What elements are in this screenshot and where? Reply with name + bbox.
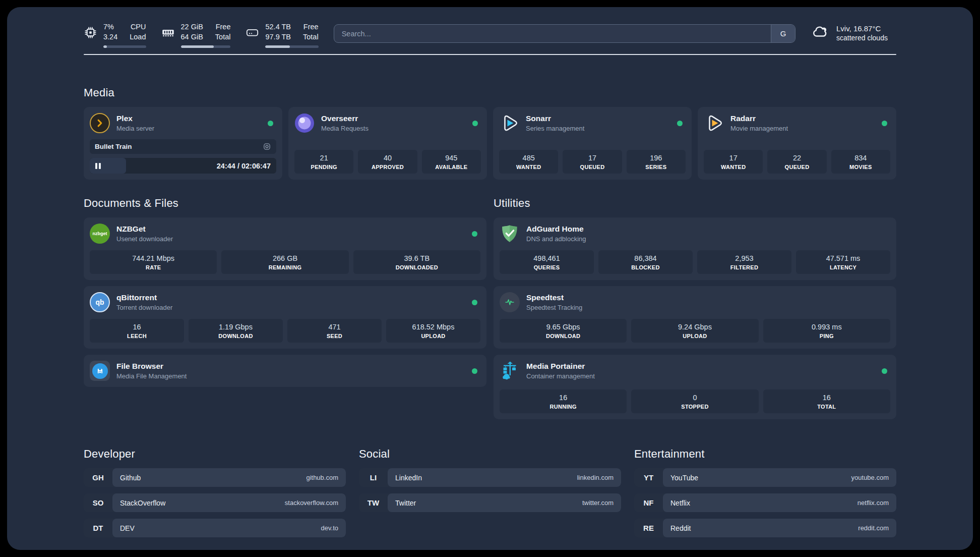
plex-meta: Plex Media server <box>116 114 154 132</box>
speedtest-icon <box>500 292 520 312</box>
stat-label: SEED <box>289 333 380 339</box>
cpu-icon <box>84 22 97 42</box>
stat-value: 39.6 TB <box>355 254 478 262</box>
sonarr-meta: Sonarr Series management <box>526 114 584 132</box>
bookmark-main: DEV dev.to <box>112 519 346 537</box>
bookmark-url: twitter.com <box>582 499 614 507</box>
bookmark-abbr: LI <box>359 468 388 487</box>
sonarr-stats: 485 WANTED 17 QUEUED 196 SERIES <box>499 143 686 174</box>
stat-value: 9.24 Gbps <box>633 323 756 331</box>
overseerr-meta: Overseerr Media Requests <box>321 114 369 132</box>
stat-box: 22 QUEUED <box>767 150 826 174</box>
playback-progress-row: 24:44 / 02:06:47 <box>90 158 276 174</box>
app-subtitle: Container management <box>526 372 595 380</box>
stat-label: DOWNLOAD <box>191 333 281 339</box>
radarr-stats: 17 WANTED 22 QUEUED 834 MOVIES <box>704 143 890 174</box>
stat-box: 0 STOPPED <box>631 389 758 413</box>
filebrowser-meta: File Browser Media File Management <box>116 362 187 380</box>
session-screen-icon[interactable] <box>263 142 271 151</box>
stat-value: 0 <box>633 394 756 402</box>
bookmark-main: Github github.com <box>112 468 346 487</box>
stat-label: MOVIES <box>833 164 888 170</box>
bookmark-name: DEV <box>120 524 135 532</box>
stat-label: QUERIES <box>502 264 592 270</box>
pause-icon[interactable] <box>95 163 101 169</box>
app-name: Sonarr <box>526 114 584 123</box>
search-engine-button[interactable]: G <box>771 25 795 42</box>
app-name: Overseerr <box>321 114 369 123</box>
cpu-load-value: 3.24 <box>103 32 117 42</box>
cloud-icon <box>811 23 830 42</box>
stat-value: 0.993 ms <box>765 323 888 331</box>
app-name: File Browser <box>116 362 187 371</box>
bookmark-github[interactable]: GH Github github.com <box>84 468 346 487</box>
ram-progress-fill <box>181 45 214 48</box>
disk-free-label: Free <box>303 22 319 32</box>
stat-value: 945 <box>424 154 479 162</box>
overseerr-card-header: Overseerr Media Requests <box>294 113 481 133</box>
bookmark-youtube[interactable]: YT YouTube youtube.com <box>634 468 896 487</box>
bookmark-twitter[interactable]: TW Twitter twitter.com <box>359 493 621 512</box>
bookmark-url: github.com <box>306 474 338 481</box>
bookmark-main: Twitter twitter.com <box>388 493 621 512</box>
stat-value: 485 <box>501 154 556 162</box>
app-card-portainer[interactable]: Media Portainer Container management 16 … <box>494 355 896 419</box>
bookmarks-row: Developer GH Github github.com SO StackO… <box>84 448 896 537</box>
nzbget-card-header: nzbget NZBGet Usenet downloader <box>90 224 480 244</box>
bookmark-linkedin[interactable]: LI LinkedIn linkedin.com <box>359 468 621 487</box>
stat-label: LATENCY <box>798 264 888 270</box>
search-input[interactable] <box>334 25 771 42</box>
ram-icon <box>161 22 175 42</box>
bookmark-netflix[interactable]: NF Netflix netflix.com <box>634 493 896 512</box>
stat-value: 498,461 <box>502 254 592 262</box>
stat-label: QUEUED <box>565 164 620 170</box>
speedtest-card-header: Speedtest Speedtest Tracking <box>500 292 890 312</box>
radarr-icon <box>704 113 724 133</box>
adguard-meta: AdGuard Home DNS and adblocking <box>526 225 586 243</box>
app-card-adguard[interactable]: AdGuard Home DNS and adblocking 498,461 … <box>494 217 896 280</box>
stat-label: WANTED <box>501 164 556 170</box>
cpu-progress-fill <box>103 45 107 48</box>
app-card-plex[interactable]: Plex Media server Bullet Train <box>84 107 282 180</box>
app-card-filebrowser[interactable]: File Browser Media File Management <box>84 355 486 387</box>
stat-box: 39.6 TB DOWNLOADED <box>353 250 480 274</box>
bookmark-dev[interactable]: DT DEV dev.to <box>84 519 346 537</box>
app-card-speedtest[interactable]: Speedtest Speedtest Tracking 9.65 Gbps D… <box>494 286 896 349</box>
app-card-sonarr[interactable]: Sonarr Series management 485 WANTED 17 Q… <box>493 107 692 180</box>
stat-box: 9.65 Gbps DOWNLOAD <box>500 319 627 343</box>
stat-label: UPLOAD <box>633 333 756 339</box>
now-playing-row: Bullet Train <box>90 139 276 154</box>
bookmark-name: Twitter <box>395 499 416 507</box>
bookmark-reddit[interactable]: RE Reddit reddit.com <box>634 519 896 537</box>
disk-progress-bar <box>265 45 318 48</box>
app-name: AdGuard Home <box>526 225 586 234</box>
bookmark-main: Netflix netflix.com <box>663 493 896 512</box>
stat-value: 21 <box>296 154 351 162</box>
disk-free-value: 52.4 TB <box>265 22 291 32</box>
stat-value: 17 <box>565 154 620 162</box>
sonarr-card-header: Sonarr Series management <box>499 113 686 133</box>
bookmark-stackoverflow[interactable]: SO StackOverflow stackoverflow.com <box>84 493 346 512</box>
section-title-documents: Documents & Files <box>84 197 486 210</box>
bookmark-url: stackoverflow.com <box>285 499 338 507</box>
app-subtitle: Media server <box>116 125 154 132</box>
app-name: qBittorrent <box>116 293 172 302</box>
stat-label: AVAILABLE <box>424 164 479 170</box>
stat-value: 22 <box>769 154 824 162</box>
bookmark-abbr: TW <box>359 493 388 512</box>
app-card-overseerr[interactable]: Overseerr Media Requests 21 PENDING 40 A… <box>288 107 487 180</box>
app-card-radarr[interactable]: Radarr Movie management 17 WANTED 22 QUE… <box>698 107 896 180</box>
bookmark-main: LinkedIn linkedin.com <box>388 468 621 487</box>
stat-box: 86,384 BLOCKED <box>598 250 693 274</box>
radarr-card-header: Radarr Movie management <box>704 113 890 133</box>
top-bar: 7% 3.24 CPU Load <box>84 22 896 48</box>
disk-icon <box>246 22 259 42</box>
app-card-qbittorrent[interactable]: qb qBittorrent Torrent downloader 16 LEE… <box>84 286 486 349</box>
app-card-nzbget[interactable]: nzbget NZBGet Usenet downloader 744.21 M… <box>84 217 486 280</box>
documents-cards: nzbget NZBGet Usenet downloader 744.21 M… <box>84 217 486 387</box>
ram-total-label: Total <box>215 32 231 42</box>
header-divider <box>84 54 896 55</box>
stat-label: APPROVED <box>360 164 415 170</box>
stat-value: 16 <box>502 394 625 402</box>
stat-label: DOWNLOAD <box>502 333 625 339</box>
